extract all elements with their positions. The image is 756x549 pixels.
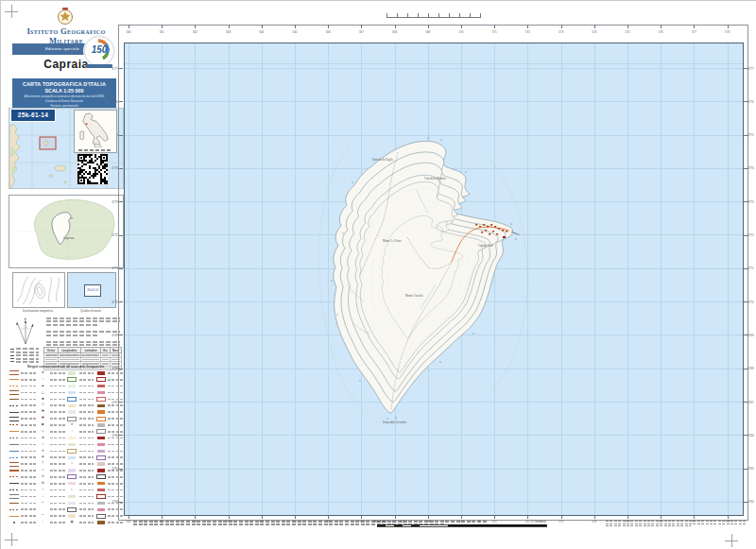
legend-symbol	[95, 502, 106, 505]
legend-symbol	[9, 451, 19, 452]
legend-heading: Segni convenzionali di uso più frequente	[9, 364, 123, 369]
reference-list	[10, 347, 39, 364]
legend-item	[67, 403, 94, 408]
legend-label	[79, 418, 94, 420]
legend-item	[9, 449, 36, 455]
legend-symbol	[9, 424, 19, 425]
northing-label: 4764	[747, 500, 756, 504]
northing-label: 4768	[747, 367, 756, 370]
legend-symbol	[9, 370, 19, 375]
legend-label	[21, 483, 36, 485]
registration-crosshair-icon	[5, 5, 18, 18]
legend-label	[79, 437, 94, 439]
legend-symbol	[95, 469, 106, 472]
legend-item	[67, 442, 94, 448]
northing-label: 4774	[747, 166, 756, 170]
legend-item	[67, 416, 94, 421]
legend-symbol: ◉	[67, 521, 77, 524]
legend-label	[21, 418, 36, 420]
legend-label	[50, 489, 65, 491]
ruler-tick	[397, 13, 398, 17]
northing-label: 4769	[747, 334, 756, 337]
legend-label	[21, 431, 36, 433]
legend-symbol	[95, 482, 106, 485]
legend-item: ⚐	[67, 488, 94, 493]
logo-banner	[86, 64, 112, 68]
legend-symbol	[9, 412, 19, 413]
legend-label	[50, 508, 65, 510]
capraia-location-dot	[85, 123, 87, 125]
legend-symbol	[95, 514, 106, 519]
legend-symbol	[9, 399, 19, 400]
scale-label: 2 Chilometri	[531, 520, 546, 523]
legend-item	[67, 494, 94, 500]
legend-item: ◦	[38, 520, 65, 525]
legend-label	[50, 418, 65, 420]
anniversary-150-logo: 150	[84, 36, 114, 66]
legend-item	[9, 384, 36, 389]
northing-label: 4776	[747, 100, 756, 104]
legend-item	[67, 449, 94, 455]
legend-item	[67, 370, 94, 376]
legend-symbol	[95, 494, 106, 499]
legend-symbol	[67, 410, 77, 413]
legend-symbol	[9, 516, 19, 517]
legend-item: †	[38, 461, 65, 467]
legend-symbol: ●	[38, 371, 48, 375]
legend-symbol: •	[38, 514, 48, 518]
coverage-polygon	[34, 200, 113, 260]
legend-symbol	[95, 508, 106, 511]
scale-segment	[411, 524, 420, 526]
legend-label	[50, 444, 65, 446]
series-subtitle-1: Allestimento cartografico automatico der…	[14, 95, 114, 99]
northing-label: 4767	[747, 401, 756, 404]
legend-label	[79, 476, 94, 478]
legend-symbol	[95, 450, 106, 453]
legend-item: ≈	[38, 488, 65, 493]
legend-item: ⊕	[38, 481, 65, 487]
legend-label	[21, 515, 36, 517]
legend-symbol: ≈	[38, 489, 48, 492]
series-subtitle-2: Database di Sintesi Nazionale	[14, 100, 114, 104]
legend-item: ⊙	[38, 474, 65, 480]
legend-column	[9, 370, 36, 525]
legend-symbol: ⌂	[38, 469, 48, 472]
map-sheet: Istituto Geografico Militare Edizione sp…	[0, 0, 756, 549]
legend-symbol	[9, 470, 19, 471]
ruler-tick	[407, 13, 408, 17]
ruler-tick	[449, 13, 450, 17]
legend-item	[67, 455, 94, 460]
legend-label	[21, 522, 36, 523]
legend-item	[67, 377, 94, 383]
legend-label	[79, 444, 94, 446]
scale-segment	[377, 524, 386, 526]
legend-label	[79, 399, 94, 401]
legend-symbol	[95, 489, 106, 491]
legend-symbol: ◇	[38, 430, 48, 434]
legend-item: △	[38, 390, 65, 396]
legend-symbol	[67, 417, 77, 421]
ruler-tick	[428, 13, 429, 17]
legend-label	[108, 522, 123, 523]
legend-symbol	[9, 462, 19, 467]
legend-item	[9, 377, 36, 383]
legend-label	[79, 392, 94, 394]
legend-item: ∴	[38, 494, 65, 500]
declination-diagram	[12, 272, 65, 308]
legend-symbol: ☆	[38, 443, 48, 447]
legend-item: ✳	[67, 422, 94, 428]
legend-symbol: ⊙	[38, 475, 48, 479]
legend-symbol: ■	[38, 398, 48, 402]
legend-label	[21, 404, 36, 406]
legend-label	[21, 437, 36, 439]
legend-symbol: ✚	[38, 410, 48, 414]
ruler-tick	[480, 13, 481, 17]
legend-label	[21, 503, 36, 505]
legend-symbol	[95, 417, 106, 421]
legend-symbol	[95, 455, 106, 460]
legend-symbol: ♣	[38, 455, 48, 459]
legend-item: ☆	[38, 442, 65, 448]
legend: ●○▲△■□✚✚◆◇★☆✳♣†⌂⊙⊕≈∴▪▫•◦✳○≈⚐◉	[9, 370, 123, 525]
scale-label: Metri 1000	[374, 520, 387, 523]
legend-symbol	[9, 444, 19, 445]
